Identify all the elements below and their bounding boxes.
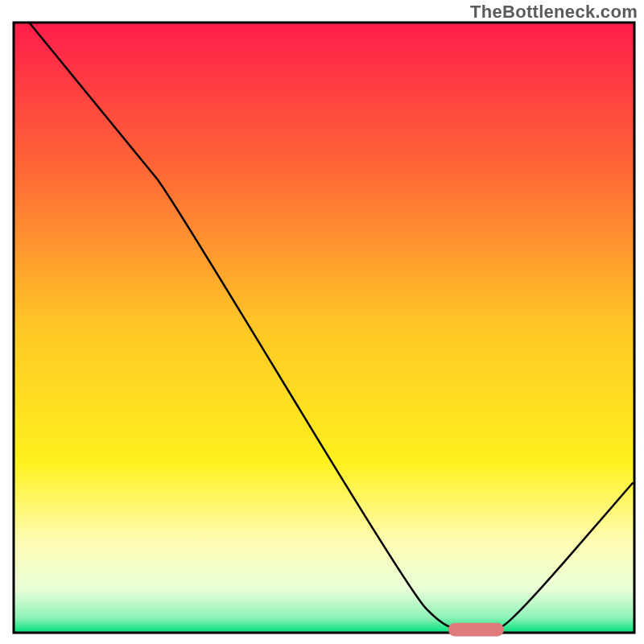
chart-root: TheBottleneck.com (0, 0, 644, 644)
chart-svg (0, 0, 644, 644)
highlight-marker (448, 623, 504, 637)
plot-background (14, 23, 634, 633)
